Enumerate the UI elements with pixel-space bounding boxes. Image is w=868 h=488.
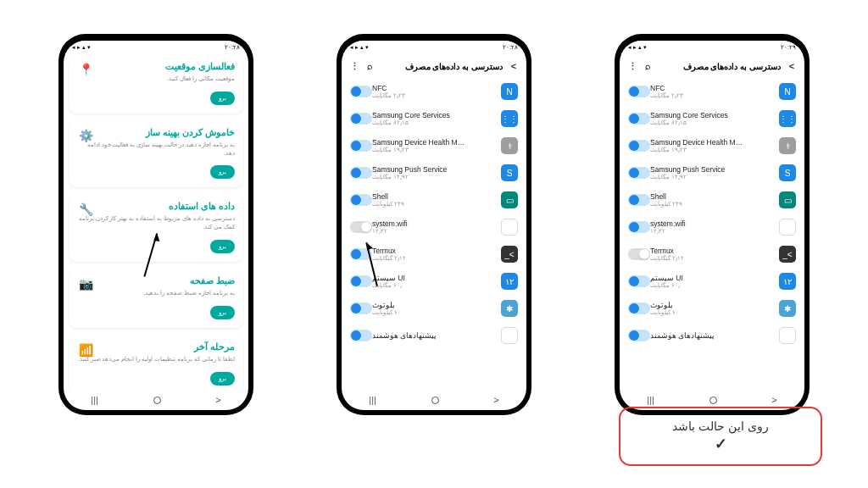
app-name: پیشنهادهای هوشمند	[650, 331, 715, 340]
app-row[interactable]: ▭ Shell ۲۴۹ کیلوبایت	[625, 186, 799, 214]
status-bar: ◂ ▸ ▴ ▾ ۲۰:۲۹	[620, 41, 804, 54]
app-icon: ▭	[779, 191, 796, 208]
back-icon[interactable]: >	[509, 62, 518, 70]
usage-access-toggle[interactable]	[628, 113, 650, 125]
back-icon[interactable]: >	[215, 395, 220, 405]
app-row[interactable]: ۱۲ سیستم UI ۶۰٫ مگابایت	[347, 268, 521, 295]
usage-access-toggle[interactable]	[350, 330, 372, 341]
app-subtitle: ۲٫۱۲ گیگابایت	[650, 255, 684, 262]
app-icon: ⚕	[779, 137, 796, 154]
status-time: ۲۰:۲۸	[503, 44, 518, 51]
app-name: Shell	[650, 192, 666, 201]
page-title: دسترسی به داده‌های مصرف	[659, 62, 781, 71]
back-icon[interactable]: >	[787, 62, 796, 70]
app-row[interactable]: ◈ پیشنهادهای هوشمند	[625, 322, 799, 349]
settings-header: > دسترسی به داده‌های مصرف ⌕ ⋮	[342, 54, 526, 78]
app-icon: N	[779, 83, 796, 100]
app-name: سیستم UI	[650, 274, 683, 282]
usage-access-toggle[interactable]	[350, 221, 372, 233]
app-row[interactable]: ⋮⋮ Samsung Core Services ۸۲٫۱۵ مگابایت	[625, 105, 799, 132]
app-row[interactable]: N NFC ۲٫۲۳ مگابایت	[625, 78, 799, 105]
more-icon[interactable]: ⋮	[350, 62, 359, 70]
app-subtitle: ۲۴۹ کیلوبایت	[372, 201, 404, 208]
go-button[interactable]: برو	[210, 240, 235, 253]
app-row[interactable]: ◈ پیشنهادهای هوشمند	[347, 322, 521, 349]
go-button[interactable]: برو	[210, 165, 235, 179]
go-button[interactable]: برو	[210, 92, 235, 105]
card-desc: به برنامه اجازه دهید در حالت بهینه سازی …	[77, 141, 235, 158]
usage-access-toggle[interactable]	[350, 140, 372, 152]
app-row[interactable]: >_ Termux ۲٫۱۲ گیگابایت	[625, 241, 799, 268]
recents-icon[interactable]: |||	[369, 395, 376, 405]
search-icon[interactable]: ⌕	[643, 62, 652, 70]
app-icon: >_	[501, 246, 518, 263]
app-icon: S	[501, 164, 518, 181]
back-icon[interactable]: >	[493, 395, 498, 405]
recents-icon[interactable]: |||	[647, 395, 654, 405]
home-icon[interactable]	[431, 396, 439, 404]
search-icon[interactable]: ⌕	[365, 62, 374, 70]
home-icon[interactable]	[709, 396, 717, 404]
usage-access-toggle[interactable]	[628, 194, 650, 206]
usage-access-toggle[interactable]	[350, 275, 372, 287]
app-row[interactable]: ⋮⋮ Samsung Core Services ۸۲٫۱۵ مگابایت	[347, 105, 521, 132]
usage-access-toggle[interactable]	[628, 330, 650, 341]
usage-access-toggle[interactable]	[628, 221, 650, 233]
app-row[interactable]: ⚕ Samsung Device Health Mana.. ۱۹٫۲۳ مگا…	[347, 132, 521, 159]
app-list-3: N NFC ۲٫۲۳ مگابایت ⋮⋮ Samsung Core Servi…	[620, 78, 804, 390]
usage-access-toggle[interactable]	[350, 86, 372, 97]
app-icon: ۱۲	[501, 273, 518, 290]
usage-access-toggle[interactable]	[628, 302, 650, 314]
more-icon[interactable]: ⋮	[628, 62, 637, 70]
app-subtitle: ۱۹٫۲۳ مگابایت	[372, 147, 409, 153]
app-icon: ◈	[779, 327, 796, 344]
app-row[interactable]: ▭ Shell ۲۴۹ کیلوبایت	[347, 186, 521, 214]
card-icon: 🔧	[77, 201, 94, 218]
usage-access-toggle[interactable]	[628, 167, 650, 179]
usage-access-toggle[interactable]	[628, 140, 650, 152]
status-icons-left: ◂ ▸ ▴ ▾	[350, 44, 369, 51]
app-subtitle: ۶۰٫ مگابایت	[650, 282, 680, 289]
usage-access-toggle[interactable]	[350, 167, 372, 179]
usage-access-toggle[interactable]	[350, 113, 372, 125]
setup-card: 📍 فعالسازی موقعیت موقعیت مکانی را فعال ک…	[69, 54, 243, 114]
app-row[interactable]: S Samsung Push Service ۱۴٫۹۲ مگابایت	[625, 159, 799, 186]
app-icon: ⋮⋮	[779, 110, 796, 127]
go-button[interactable]: برو	[210, 306, 235, 319]
app-icon: ⚕	[501, 137, 518, 154]
app-subtitle: ۱۴٫۹۲ مگابایت	[372, 174, 409, 180]
usage-access-toggle[interactable]	[628, 248, 650, 260]
app-row[interactable]: S Samsung Push Service ۱۴٫۹۲ مگابایت	[347, 159, 521, 186]
app-icon: ✱	[779, 300, 796, 317]
card-icon: 📶	[77, 341, 94, 358]
app-icon: >_	[779, 246, 796, 263]
app-row[interactable]: ✱ بلوتوث ۶۰ کیلوبایت	[625, 295, 799, 322]
annotation-callout: روی این حالت باشد ✓	[619, 407, 822, 466]
app-row[interactable]: ⚕ Samsung Device Health Mana.. ۱۹٫۲۳ مگا…	[625, 132, 799, 159]
app-row[interactable]: ✲ system.wifi ۱۲٫۴۲	[625, 214, 799, 241]
home-icon[interactable]	[153, 396, 161, 404]
app-name: system.wifi	[650, 219, 686, 228]
app-name: بلوتوث	[372, 301, 395, 309]
usage-access-toggle[interactable]	[350, 194, 372, 206]
usage-access-toggle[interactable]	[628, 86, 650, 97]
android-navbar: ||| >	[64, 390, 248, 410]
phone-mock-1: ◂ ▸ ▴ ▾ ۲۰:۲۸ 📍 فعالسازی موقعیت موقعیت م…	[58, 34, 253, 415]
usage-access-toggle[interactable]	[628, 275, 650, 287]
card-desc: دسترسی به داده های مربوط به استفاده به ب…	[77, 214, 235, 231]
app-row[interactable]: ✲ system.wifi ۱۲٫۴۲	[347, 214, 521, 241]
app-subtitle: ۶۰ کیلوبایت	[372, 309, 401, 316]
recents-icon[interactable]: |||	[91, 395, 98, 405]
app-row[interactable]: ✱ بلوتوث ۶۰ کیلوبایت	[347, 295, 521, 322]
back-icon[interactable]: >	[771, 395, 776, 405]
app-row[interactable]: N NFC ۲٫۲۳ مگابایت	[347, 78, 521, 105]
usage-access-toggle[interactable]	[350, 302, 372, 314]
app-row[interactable]: >_ Termux ۲٫۱۲ گیگابایت	[347, 241, 521, 268]
usage-access-toggle[interactable]	[350, 248, 372, 260]
app-subtitle: ۲٫۲۳ مگابایت	[372, 92, 405, 99]
screen-3: ◂ ▸ ▴ ▾ ۲۰:۲۹ > دسترسی به داده‌های مصرف …	[620, 41, 804, 410]
card-icon: 📷	[77, 275, 94, 292]
go-button[interactable]: برو	[210, 372, 235, 385]
app-subtitle: ۸۲٫۱۵ مگابایت	[650, 119, 687, 126]
app-row[interactable]: ۱۲ سیستم UI ۶۰٫ مگابایت	[625, 268, 799, 295]
